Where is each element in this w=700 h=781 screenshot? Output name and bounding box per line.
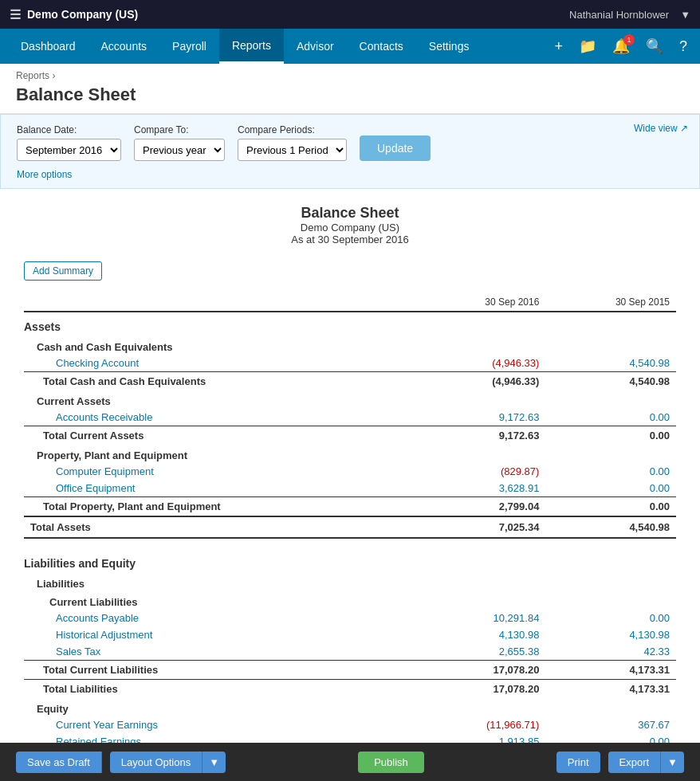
historical-adjustment-link[interactable]: Historical Adjustment [24, 626, 415, 643]
hamburger-icon[interactable]: ☰ [10, 7, 21, 22]
nav-accounts[interactable]: Accounts [88, 29, 160, 64]
current-year-earnings-link[interactable]: Current Year Earnings [24, 716, 415, 733]
sales-tax-col1: 2,655.38 [415, 643, 546, 661]
footer-bar: Save as Draft Layout Options ▼ Publish P… [0, 743, 700, 781]
wide-view-link[interactable]: Wide view ↗ [634, 123, 688, 134]
col1-header: 30 Sep 2016 [415, 293, 546, 312]
report-company: Demo Company (US) [24, 222, 676, 234]
layout-options-split: Layout Options ▼ [110, 752, 226, 773]
liabilities-equity-header: Liabilities and Equity [24, 549, 676, 573]
nav-advisor[interactable]: Advisor [284, 29, 347, 64]
user-area: Nathanial Hornblower ▼ [569, 9, 690, 21]
search-icon[interactable]: 🔍 [641, 34, 668, 58]
table-row: Office Equipment 3,628.91 0.00 [24, 480, 676, 497]
update-button[interactable]: Update [360, 135, 431, 161]
footer-left: Save as Draft Layout Options ▼ [16, 752, 226, 773]
balance-date-select[interactable]: September 2016 [17, 139, 121, 161]
more-options-link[interactable]: More options [17, 169, 72, 180]
accounts-receivable-col1: 9,172.63 [415, 409, 546, 426]
table-row: Checking Account (4,946.33) 4,540.98 [24, 355, 676, 372]
current-year-earnings-col1: (11,966.71) [415, 716, 546, 733]
sales-tax-link[interactable]: Sales Tax [24, 643, 415, 661]
compare-periods-group: Compare Periods: Previous 1 Period [238, 124, 347, 161]
nav-payroll[interactable]: Payroll [159, 29, 219, 64]
nav-dashboard[interactable]: Dashboard [8, 29, 88, 64]
report-content: Balance Sheet Demo Company (US) As at 30… [0, 189, 700, 781]
historical-adjustment-col1: 4,130.98 [415, 626, 546, 643]
breadcrumb-area: Reports › Balance Sheet [0, 64, 700, 114]
publish-button[interactable]: Publish [358, 752, 424, 773]
notification-icon[interactable]: 🔔 1 [608, 34, 635, 58]
compare-periods-select[interactable]: Previous 1 Period [238, 139, 347, 161]
current-assets-sub-header: Current Assets [24, 390, 676, 409]
checking-account-col2: 4,540.98 [545, 355, 676, 372]
historical-adjustment-col2: 4,130.98 [545, 626, 676, 643]
page-title: Balance Sheet [16, 84, 684, 113]
top-bar: ☰ Demo Company (US) Nathanial Hornblower… [0, 0, 700, 29]
nav-contacts[interactable]: Contacts [347, 29, 416, 64]
table-row: Accounts Payable 10,291.84 0.00 [24, 610, 676, 626]
current-year-earnings-col2: 367.67 [545, 716, 676, 733]
folder-icon[interactable]: 📁 [574, 34, 601, 58]
layout-options-dropdown-icon[interactable]: ▼ [203, 752, 226, 773]
accounts-payable-link[interactable]: Accounts Payable [24, 610, 415, 626]
footer-center: Publish [358, 752, 424, 773]
export-split: Export ▼ [608, 752, 684, 773]
table-row: Accounts Receivable 9,172.63 0.00 [24, 409, 676, 426]
export-button[interactable]: Export [608, 752, 662, 773]
compare-to-group: Compare To: Previous year [134, 124, 225, 161]
layout-options-button[interactable]: Layout Options [110, 752, 203, 773]
accounts-receivable-col2: 0.00 [545, 409, 676, 426]
add-summary-button[interactable]: Add Summary [24, 261, 102, 281]
nav-settings[interactable]: Settings [416, 29, 482, 64]
assets-section-header: Assets [24, 312, 676, 336]
computer-equipment-col2: 0.00 [545, 463, 676, 480]
compare-to-select[interactable]: Previous year [134, 139, 225, 161]
compare-to-label: Compare To: [134, 124, 225, 135]
nav-reports[interactable]: Reports [219, 29, 284, 64]
liabilities-sub-header: Liabilities [24, 573, 676, 591]
cash-total-row: Total Cash and Cash Equivalents (4,946.3… [24, 372, 676, 391]
export-dropdown-icon[interactable]: ▼ [661, 752, 684, 773]
accounts-payable-col1: 10,291.84 [415, 610, 546, 626]
report-header: Balance Sheet Demo Company (US) As at 30… [24, 205, 676, 245]
report-title: Balance Sheet [24, 205, 676, 222]
computer-equipment-col1: (829.87) [415, 463, 546, 480]
checking-account-col1: (4,946.33) [415, 355, 546, 372]
footer-right: Print Export ▼ [556, 752, 684, 773]
computer-equipment-link[interactable]: Computer Equipment [24, 463, 415, 480]
add-icon[interactable]: + [549, 35, 568, 58]
save-draft-button[interactable]: Save as Draft [16, 752, 102, 773]
company-name: Demo Company (US) [27, 8, 138, 21]
nav-bar: Dashboard Accounts Payroll Reports Advis… [0, 29, 700, 64]
equity-sub-header: Equity [24, 698, 676, 716]
total-assets-row: Total Assets 7,025.34 4,540.98 [24, 516, 676, 538]
breadcrumb-parent[interactable]: Reports [16, 70, 49, 81]
sales-tax-col2: 42.33 [545, 643, 676, 661]
help-icon[interactable]: ? [674, 35, 692, 58]
table-row: Current Year Earnings (11,966.71) 367.67 [24, 716, 676, 733]
balance-date-label: Balance Date: [17, 124, 121, 135]
office-equipment-link[interactable]: Office Equipment [24, 480, 415, 497]
nav-items: Dashboard Accounts Payroll Reports Advis… [8, 29, 482, 64]
current-liabilities-total-row: Total Current Liabilities 17,078.20 4,17… [24, 661, 676, 680]
column-header-row: 30 Sep 2016 30 Sep 2015 [24, 293, 676, 312]
ppe-sub-header: Property, Plant and Equipment [24, 445, 676, 463]
user-name[interactable]: Nathanial Hornblower [569, 9, 669, 21]
current-assets-total-row: Total Current Assets 9,172.63 0.00 [24, 426, 676, 445]
ppe-total-row: Total Property, Plant and Equipment 2,79… [24, 497, 676, 517]
user-chevron-icon[interactable]: ▼ [680, 9, 690, 21]
report-date-line: As at 30 September 2016 [24, 234, 676, 245]
balance-date-group: Balance Date: September 2016 [17, 124, 121, 161]
report-table: 30 Sep 2016 30 Sep 2015 Assets Cash and … [24, 293, 676, 781]
filter-row: Balance Date: September 2016 Compare To:… [17, 124, 683, 161]
breadcrumb-separator: › [52, 70, 55, 81]
checking-account-link[interactable]: Checking Account [24, 355, 415, 372]
current-liabilities-sub-header: Current Liabilities [24, 591, 676, 610]
nav-icons: + 📁 🔔 1 🔍 ? [549, 34, 692, 58]
print-button[interactable]: Print [556, 752, 600, 773]
filter-bar: Wide view ↗ Balance Date: September 2016… [0, 114, 700, 189]
accounts-payable-col2: 0.00 [545, 610, 676, 626]
accounts-receivable-link[interactable]: Accounts Receivable [24, 409, 415, 426]
breadcrumb[interactable]: Reports › [16, 70, 684, 81]
